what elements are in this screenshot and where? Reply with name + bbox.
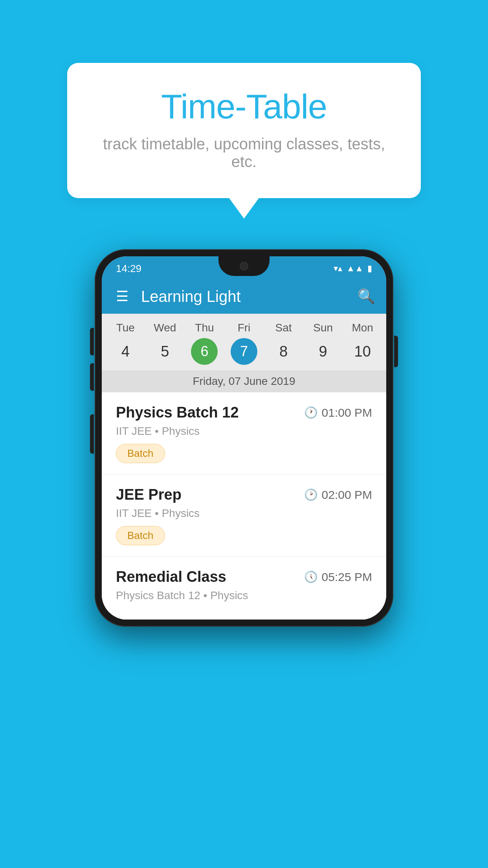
- menu-icon[interactable]: ☰: [113, 285, 132, 308]
- battery-icon: ▮: [367, 263, 372, 274]
- phone-wrapper: 14:29 ▾▴ ▲▲ ▮ ☰ Learning Light 🔍 Tue Wed…: [95, 249, 393, 627]
- schedule-item-2[interactable]: JEE Prep 🕑 02:00 PM IIT JEE • Physics Ba…: [102, 474, 386, 557]
- phone-notch: [218, 256, 270, 276]
- date-5[interactable]: 5: [145, 338, 185, 365]
- schedule-item-2-top: JEE Prep 🕑 02:00 PM: [116, 486, 372, 503]
- search-icon[interactable]: 🔍: [358, 288, 375, 305]
- phone-frame: 14:29 ▾▴ ▲▲ ▮ ☰ Learning Light 🔍 Tue Wed…: [95, 249, 393, 627]
- day-sun: Sun: [303, 322, 343, 334]
- tooltip-title: Time-Table: [99, 86, 389, 127]
- app-toolbar: ☰ Learning Light 🔍: [102, 279, 386, 314]
- day-tue: Tue: [106, 322, 145, 334]
- schedule-list: Physics Batch 12 🕐 01:00 PM IIT JEE • Ph…: [102, 392, 386, 620]
- day-fri: Fri: [224, 322, 264, 334]
- schedule-item-3-name: Remedial Class: [116, 568, 226, 585]
- date-4[interactable]: 4: [106, 338, 145, 365]
- date-7-selected[interactable]: 7: [231, 338, 257, 365]
- phone-screen: 14:29 ▾▴ ▲▲ ▮ ☰ Learning Light 🔍 Tue Wed…: [102, 256, 386, 620]
- phone-power-button: [394, 336, 398, 367]
- schedule-item-1[interactable]: Physics Batch 12 🕐 01:00 PM IIT JEE • Ph…: [102, 392, 386, 474]
- schedule-item-3-top: Remedial Class 🕔 05:25 PM: [116, 568, 372, 585]
- calendar-strip: Tue Wed Thu Fri Sat Sun Mon 4 5 6 7 8 9 …: [102, 314, 386, 392]
- date-10[interactable]: 10: [343, 338, 382, 365]
- day-sat: Sat: [264, 322, 303, 334]
- clock-icon-1: 🕐: [304, 406, 318, 419]
- status-icons: ▾▴ ▲▲ ▮: [334, 263, 372, 274]
- schedule-item-1-sub: IIT JEE • Physics: [116, 425, 372, 438]
- schedule-item-2-badge: Batch: [116, 526, 165, 545]
- schedule-item-2-time: 🕑 02:00 PM: [304, 488, 372, 502]
- date-9[interactable]: 9: [303, 338, 343, 365]
- schedule-item-1-top: Physics Batch 12 🕐 01:00 PM: [116, 404, 372, 421]
- date-8[interactable]: 8: [264, 338, 303, 365]
- day-mon: Mon: [343, 322, 382, 334]
- days-numbers: 4 5 6 7 8 9 10: [102, 337, 386, 370]
- wifi-icon: ▾▴: [334, 263, 342, 274]
- status-time: 14:29: [116, 263, 141, 275]
- phone-vol-up-button: [90, 328, 94, 355]
- phone-vol-down-button: [90, 363, 94, 391]
- schedule-item-1-badge: Batch: [116, 444, 165, 463]
- schedule-item-3-sub: Physics Batch 12 • Physics: [116, 589, 372, 602]
- schedule-item-3[interactable]: Remedial Class 🕔 05:25 PM Physics Batch …: [102, 557, 386, 620]
- schedule-item-2-sub: IIT JEE • Physics: [116, 507, 372, 520]
- signal-icon: ▲▲: [346, 263, 363, 274]
- schedule-item-2-name: JEE Prep: [116, 486, 182, 503]
- date-6-today[interactable]: 6: [191, 338, 218, 365]
- tooltip-subtitle: track timetable, upcoming classes, tests…: [99, 135, 389, 171]
- schedule-item-1-time: 🕐 01:00 PM: [304, 406, 372, 419]
- clock-icon-3: 🕔: [304, 570, 318, 583]
- tooltip-card: Time-Table track timetable, upcoming cla…: [67, 63, 421, 198]
- days-header: Tue Wed Thu Fri Sat Sun Mon: [102, 314, 386, 337]
- day-thu: Thu: [185, 322, 224, 334]
- clock-icon-2: 🕑: [304, 488, 318, 501]
- phone-left-button: [90, 414, 94, 454]
- front-camera: [240, 262, 248, 270]
- day-wed: Wed: [145, 322, 185, 334]
- selected-date-bar: Friday, 07 June 2019: [102, 370, 386, 392]
- app-title: Learning Light: [141, 288, 358, 305]
- schedule-item-1-name: Physics Batch 12: [116, 404, 239, 421]
- schedule-item-3-time: 🕔 05:25 PM: [304, 570, 372, 584]
